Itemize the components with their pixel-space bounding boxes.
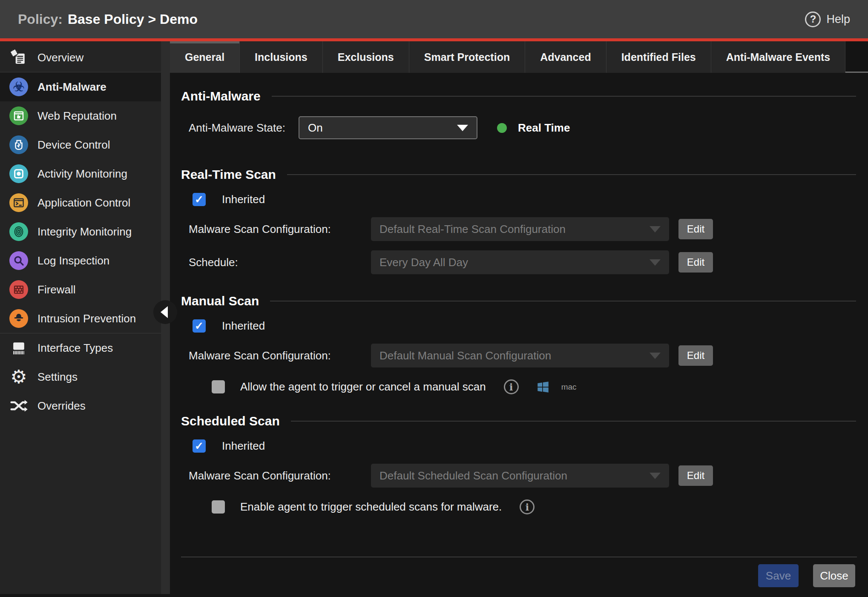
sidebar-collapse-button[interactable] <box>153 300 177 324</box>
tab-anti-malware-events[interactable]: Anti-Malware Events <box>711 41 846 73</box>
info-icon[interactable]: i <box>504 379 519 394</box>
sidebar-item-activity-monitoring[interactable]: Activity Monitoring <box>0 159 161 188</box>
sidebar-item-firewall[interactable]: Firewall <box>0 275 161 304</box>
inherited-label: Inherited <box>222 319 265 333</box>
sidebar-item-device-control[interactable]: Device Control <box>0 130 161 159</box>
sidebar-item-label: Settings <box>37 370 78 384</box>
edit-config-button[interactable]: Edit <box>678 345 713 366</box>
sidebar-item-label: Activity Monitoring <box>37 167 127 181</box>
web-reputation-icon <box>9 106 28 125</box>
tab-bar: General Inclusions Exclusions Smart Prot… <box>170 41 868 73</box>
help-label: Help <box>826 13 850 26</box>
info-icon[interactable]: i <box>520 499 535 514</box>
anti-malware-section-header: Anti-Malware <box>181 89 856 103</box>
chevron-down-icon <box>650 353 661 359</box>
mac-platform-label: mac <box>561 382 577 392</box>
chevron-down-icon <box>457 125 468 131</box>
enable-agent-trigger-checkbox[interactable] <box>212 500 225 514</box>
sidebar-resize-gutter[interactable] <box>161 41 170 594</box>
sidebar-item-label: Intrusion Prevention <box>37 312 136 325</box>
sidebar-item-settings[interactable]: ⚙ Settings <box>0 362 161 391</box>
tab-exclusions[interactable]: Exclusions <box>323 41 409 73</box>
connector-icon <box>9 339 29 357</box>
check-icon: ✓ <box>195 321 204 331</box>
edit-schedule-button[interactable]: Edit <box>678 252 713 273</box>
inherited-label: Inherited <box>222 439 265 453</box>
manual-config-row: Malware Scan Configuration: Default Manu… <box>189 344 856 367</box>
anti-malware-status: Real Time <box>497 121 570 135</box>
anti-malware-state-label: Anti-Malware State: <box>189 121 299 135</box>
fingerprint-icon <box>9 222 28 241</box>
sidebar: Overview ☣ Anti-Malware W <box>0 41 161 594</box>
sidebar-item-interface-types[interactable]: Interface Types <box>0 333 161 362</box>
check-icon: ✓ <box>195 194 204 205</box>
schedule-select: Every Day All Day <box>371 250 669 274</box>
chevron-down-icon <box>650 473 661 479</box>
section-title: Scheduled Scan <box>181 414 280 428</box>
page-title-prefix: Policy: <box>18 11 63 27</box>
manual-inherited-row: ✓ Inherited <box>193 319 856 333</box>
help-button[interactable]: ? Help <box>805 11 850 27</box>
sidebar-item-label: Device Control <box>37 138 110 152</box>
inherited-checkbox[interactable]: ✓ <box>193 319 206 333</box>
tab-identified-files[interactable]: Identified Files <box>606 41 711 73</box>
overview-icon <box>9 48 29 67</box>
tab-advanced[interactable]: Advanced <box>525 41 606 73</box>
usb-device-icon <box>9 135 28 154</box>
magnifier-icon <box>9 251 28 270</box>
spy-icon <box>9 309 28 328</box>
chevron-down-icon <box>650 226 661 232</box>
chevron-left-icon <box>161 306 168 318</box>
sidebar-item-label: Log Inspection <box>37 254 109 267</box>
sidebar-item-label: Application Control <box>37 196 130 210</box>
real-time-scan-section-header: Real-Time Scan <box>181 167 856 182</box>
gear-icon: ⚙ <box>9 367 29 386</box>
sidebar-item-label: Anti-Malware <box>37 80 106 94</box>
malware-scan-config-label: Malware Scan Configuration: <box>189 349 371 362</box>
section-title: Anti-Malware <box>181 89 261 103</box>
close-button[interactable]: Close <box>813 564 855 587</box>
sidebar-item-label: Web Reputation <box>37 109 117 123</box>
edit-config-button[interactable]: Edit <box>678 465 713 486</box>
sidebar-item-overrides[interactable]: Overrides <box>0 391 161 420</box>
allow-agent-trigger-checkbox[interactable] <box>212 380 225 393</box>
content-panel: General Inclusions Exclusions Smart Prot… <box>170 41 868 594</box>
inherited-label: Inherited <box>222 193 265 206</box>
tab-inclusions[interactable]: Inclusions <box>240 41 323 73</box>
real-time-schedule-row: Schedule: Every Day All Day Edit <box>189 250 856 274</box>
real-time-inherited-row: ✓ Inherited <box>193 193 856 206</box>
save-button[interactable]: Save <box>758 564 799 587</box>
footer-bar: Save Close <box>181 557 857 594</box>
edit-config-button[interactable]: Edit <box>678 219 713 239</box>
sidebar-item-integrity-monitoring[interactable]: Integrity Monitoring <box>0 217 161 246</box>
terminal-icon <box>9 193 28 212</box>
sidebar-item-label: Overrides <box>37 399 86 413</box>
inherited-checkbox[interactable]: ✓ <box>193 439 206 453</box>
schedule-label: Schedule: <box>189 256 371 269</box>
sidebar-item-label: Overview <box>37 51 83 64</box>
selected-option: Default Scheduled Scan Configuration <box>379 469 567 482</box>
general-tab-content: Anti-Malware Anti-Malware State: On Real… <box>170 73 868 557</box>
sidebar-item-web-reputation[interactable]: Web Reputation <box>0 101 161 130</box>
selected-option: Default Manual Scan Configuration <box>379 349 551 362</box>
page-title-path: Base Policy > Demo <box>68 11 198 27</box>
tab-bar-filler <box>845 41 868 73</box>
sidebar-item-intrusion-prevention[interactable]: Intrusion Prevention <box>0 304 161 333</box>
sidebar-item-label: Interface Types <box>37 342 113 355</box>
shuffle-icon <box>9 396 29 415</box>
malware-scan-config-select: Default Manual Scan Configuration <box>371 344 669 367</box>
section-title: Manual Scan <box>181 294 259 308</box>
sidebar-item-application-control[interactable]: Application Control <box>0 188 161 217</box>
sidebar-item-overview[interactable]: Overview <box>0 43 161 72</box>
section-divider <box>272 96 856 97</box>
malware-scan-config-label: Malware Scan Configuration: <box>189 469 371 482</box>
sidebar-item-anti-malware[interactable]: ☣ Anti-Malware <box>0 72 161 101</box>
tab-general[interactable]: General <box>170 41 240 73</box>
sidebar-item-log-inspection[interactable]: Log Inspection <box>0 246 161 275</box>
manual-scan-section-header: Manual Scan <box>181 294 856 308</box>
section-divider <box>291 421 856 422</box>
tab-smart-protection[interactable]: Smart Protection <box>409 41 525 73</box>
inherited-checkbox[interactable]: ✓ <box>193 193 206 206</box>
anti-malware-state-select[interactable]: On <box>299 116 477 139</box>
anti-malware-state-row: Anti-Malware State: On Real Time <box>189 116 856 139</box>
